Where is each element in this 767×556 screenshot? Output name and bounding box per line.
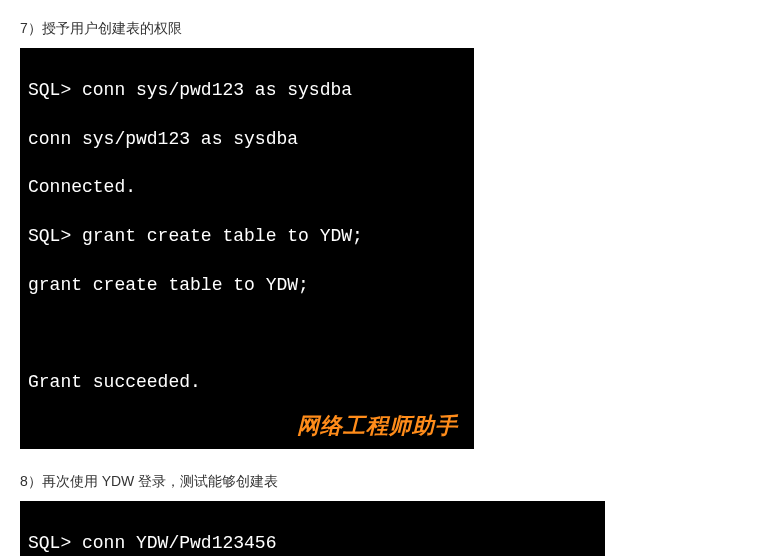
terminal-block-1: SQL> conn sys/pwd123 as sysdba conn sys/… [20,48,474,449]
step8-heading: 8）再次使用 YDW 登录，测试能够创建表 [20,473,747,491]
terminal-line: SQL> conn sys/pwd123 as sysdba [28,78,466,102]
terminal-block-2: SQL> conn YDW/Pwd123456 conn YDW/Pwd1234… [20,501,605,556]
terminal-blank-line [28,321,466,345]
terminal-line: grant create table to YDW; [28,273,466,297]
terminal-line: Connected. [28,175,466,199]
terminal-line: conn sys/pwd123 as sysdba [28,127,466,151]
terminal-line: SQL> conn YDW/Pwd123456 [28,531,597,555]
terminal-line: SQL> grant create table to YDW; [28,224,466,248]
step7-heading: 7）授予用户创建表的权限 [20,20,747,38]
terminal-line: Grant succeeded. [28,370,466,394]
watermark-text: 网络工程师助手 [297,411,458,441]
